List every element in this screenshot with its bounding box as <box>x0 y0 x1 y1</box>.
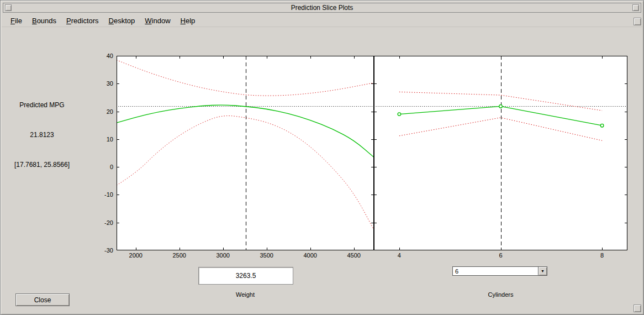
response-label: Predicted MPG <box>5 101 79 109</box>
menu-help[interactable]: Help <box>176 15 200 26</box>
window-title: Prediction Slice Plots <box>291 4 353 12</box>
menu-bounds[interactable]: Bounds <box>27 15 61 26</box>
menu-predictors[interactable]: Predictors <box>61 15 104 26</box>
cylinders-axis-label: Cylinders <box>374 291 627 298</box>
weight-axis-label: Weight <box>117 291 374 298</box>
x-tick-label: 2000 <box>129 252 142 259</box>
x-tick-label: 3500 <box>260 252 273 259</box>
chevron-down-icon: ▼ <box>541 269 545 273</box>
resize-grip-bottom-right[interactable] <box>634 305 641 312</box>
cylinders-slice-plot[interactable]: 468 <box>374 56 627 250</box>
menu-window[interactable]: Window <box>140 15 175 26</box>
weight-plot-canvas[interactable] <box>117 56 374 250</box>
title-bar[interactable]: Prediction Slice Plots <box>3 3 641 13</box>
close-button[interactable]: Close <box>15 293 70 306</box>
y-tick-label: -20 <box>104 219 113 226</box>
menu-desktop[interactable]: Desktop <box>104 15 140 26</box>
menu-bar: File Bounds Predictors Desktop Window He… <box>2 15 642 27</box>
cylinders-plot-canvas[interactable] <box>374 56 627 250</box>
x-tick-label: 2500 <box>172 252 186 259</box>
y-tick-label: -30 <box>104 247 113 254</box>
window-menu-button[interactable] <box>5 4 12 11</box>
dropdown-arrow-button[interactable]: ▼ <box>538 267 547 275</box>
x-tick-label: 3000 <box>216 252 229 259</box>
y-tick-label: 20 <box>107 108 113 115</box>
y-tick-label: 0 <box>110 164 113 170</box>
x-tick-label: 4500 <box>347 252 360 259</box>
window-maximize-button[interactable] <box>632 4 639 11</box>
x-tick-label: 4000 <box>303 252 316 259</box>
prediction-slice-plots-window: Prediction Slice Plots File Bounds Predi… <box>0 0 644 315</box>
y-tick-label: 40 <box>107 53 113 59</box>
cylinders-selected-value: 6 <box>453 268 538 275</box>
cylinders-dropdown[interactable]: 6 ▼ <box>452 266 547 276</box>
predicted-value: 21.8123 <box>5 131 79 139</box>
y-tick-label: 30 <box>107 80 113 87</box>
confidence-interval: [17.7681, 25.8566] <box>5 161 79 169</box>
resize-grip-top-right[interactable] <box>634 18 641 25</box>
weight-value-input[interactable] <box>198 267 293 285</box>
y-tick-label: 10 <box>107 136 113 143</box>
x-tick-label: 8 <box>600 252 604 259</box>
y-tick-label: -10 <box>104 191 113 198</box>
weight-slice-plot[interactable]: 200025003000350040004500-30-20-100102030… <box>117 56 374 250</box>
x-tick-label: 4 <box>398 252 401 259</box>
menu-file[interactable]: File <box>6 15 27 26</box>
x-tick-label: 6 <box>499 252 502 259</box>
